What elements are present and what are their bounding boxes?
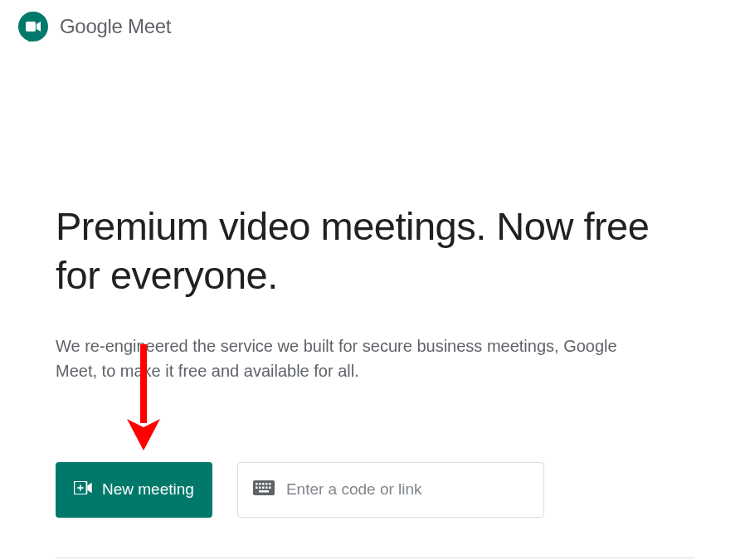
svg-rect-14 xyxy=(265,487,268,489)
svg-rect-10 xyxy=(269,483,271,485)
brand-text: Google Meet xyxy=(60,15,171,38)
svg-rect-9 xyxy=(265,483,268,485)
svg-rect-7 xyxy=(259,483,261,485)
svg-rect-6 xyxy=(256,483,258,485)
action-row: New meeting xyxy=(56,462,694,518)
code-input-wrapper[interactable] xyxy=(237,462,544,518)
svg-rect-1 xyxy=(26,22,36,32)
brand-google-text: Google xyxy=(60,15,123,37)
svg-rect-15 xyxy=(269,487,271,489)
svg-rect-16 xyxy=(259,490,269,493)
code-input[interactable] xyxy=(286,480,528,499)
keyboard-icon xyxy=(253,480,275,499)
svg-rect-8 xyxy=(262,483,265,485)
meet-logo-icon xyxy=(17,10,50,43)
video-plus-icon xyxy=(74,480,92,499)
svg-rect-12 xyxy=(259,487,261,489)
svg-rect-13 xyxy=(262,487,265,489)
svg-rect-11 xyxy=(256,487,258,489)
page-headline: Premium video meetings. Now free for eve… xyxy=(56,202,694,300)
new-meeting-label: New meeting xyxy=(102,480,194,499)
brand-meet-text: Meet xyxy=(123,15,172,37)
divider xyxy=(56,558,694,558)
page-subtext: We re-engineered the service we built fo… xyxy=(56,334,636,383)
header: Google Meet xyxy=(0,0,750,53)
new-meeting-button[interactable]: New meeting xyxy=(56,462,212,518)
main-content: Premium video meetings. Now free for eve… xyxy=(0,53,750,558)
